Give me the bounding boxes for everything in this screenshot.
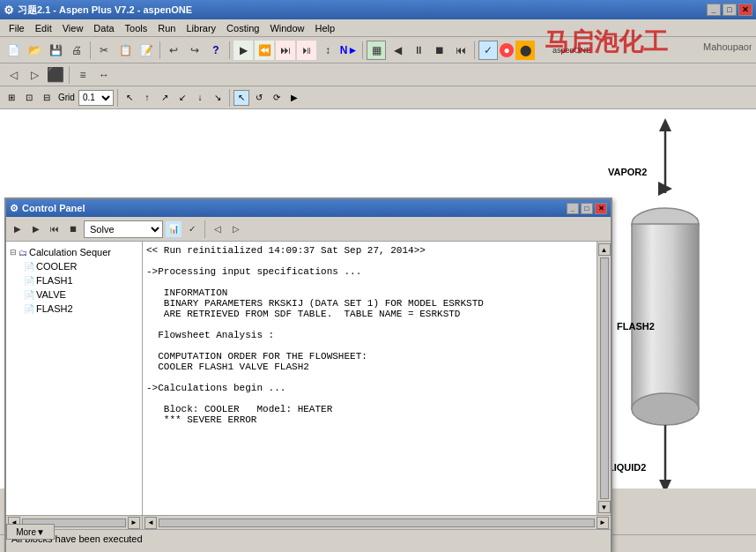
back-btn[interactable]: ◁ [4,65,23,85]
menu-costing[interactable]: Costing [221,21,264,35]
hscroll-right2-btn[interactable]: ► [597,517,609,529]
scroll-down-btn[interactable]: ▼ [598,501,611,513]
tree-root-item[interactable]: ⊟ 🗂 Calculation Sequer [10,245,138,259]
cp-play-btn[interactable]: ▶ [10,221,26,237]
undo-button[interactable]: ↩ [164,41,183,60]
cursor-btn[interactable]: ↖ [233,90,249,106]
cp-statusbar: All blocks have been executed [6,529,611,547]
run-control-btn6[interactable]: N► [339,41,359,60]
extra-btn2[interactable]: ↔ [94,65,114,85]
play-btn2[interactable]: ◀ [388,41,407,60]
cp-close-btn[interactable]: ✕ [595,203,607,214]
scroll-thumb[interactable] [600,257,609,499]
cp-stop-btn[interactable]: ⏹ [65,221,81,237]
sep8 [229,89,230,107]
log-panel[interactable]: << Run reinitialized 14:09:37 Sat Sep 27… [143,242,597,515]
move-ne-btn[interactable]: ↗ [157,90,173,106]
cp-play2-btn[interactable]: ▶ [28,221,44,237]
maximize-button[interactable]: □ [723,4,737,16]
sep2 [159,41,160,59]
cut-button[interactable]: ✂ [94,41,114,60]
menu-edit[interactable]: Edit [30,21,57,35]
cp-title: Control Panel [22,203,85,213]
run-control-btn4[interactable]: ⏯ [297,41,316,60]
print-button[interactable]: 🖨 [67,41,86,60]
copy-button[interactable]: 📋 [115,41,135,60]
play-btn4[interactable]: ⏹ [430,41,449,60]
rotate-btn[interactable]: ↺ [251,90,267,106]
menu-library[interactable]: Library [181,21,221,35]
pointer-btn[interactable]: ⊞ [4,90,19,106]
run-control-btn2[interactable]: ⏪ [255,41,274,60]
main-toolbar: 📄 📂 💾 🖨 ✂ 📋 📝 ↩ ↪ ? ▶ ⏪ ⏭ ⏯ ↕ N► ▦ ◀ ⏸ ⏹… [0,37,756,63]
title-bar: ⚙ 习题2.1 - Aspen Plus V7.2 - aspenONE _ □… [0,0,756,19]
open-button[interactable]: 📂 [25,41,44,60]
tree-item-cooler[interactable]: 📄 COOLER [10,259,138,273]
hscroll-track-right[interactable] [159,518,595,527]
save-button[interactable]: 💾 [46,41,65,60]
select-btn[interactable]: ⊡ [21,90,37,106]
grid-opt-btn[interactable]: ⊟ [39,90,55,106]
run-control-btn3[interactable]: ⏭ [276,41,295,60]
cp-window-controls: _ □ ✕ [567,203,607,214]
cp-verify-btn[interactable]: ✓ [184,221,200,237]
cp-content: ⊟ 🗂 Calculation Sequer 📄 COOLER 📄 FLASH1… [6,242,611,515]
flow-btn1[interactable]: ⟳ [269,90,285,106]
extra-btn1[interactable]: ≡ [73,65,93,85]
move-se-btn[interactable]: ↘ [210,90,226,106]
help-btn[interactable]: ? [206,41,226,60]
cp-solve-select[interactable]: Solve [84,220,163,238]
cp-titlebar: ⚙ Control Panel _ □ ✕ [6,199,611,217]
cp-nav-left-btn[interactable]: ◁ [210,221,226,237]
cp-toolbar: ▶ ▶ ⏮ ⏹ Solve 📊 ✓ ◁ ▷ [6,217,611,242]
cp-nav-right-btn[interactable]: ▷ [228,221,244,237]
more-button[interactable]: More▼ [6,524,55,540]
log-hscroll[interactable]: ◄ ► [143,516,611,529]
check-btn[interactable]: ✓ [478,41,498,60]
second-toolbar: ◁ ▷ ⬛ ≡ ↔ [0,63,756,86]
grid-toolbar: ⊞ ⊡ ⊟ Grid 0.1 0.25 0.5 ↖ ↑ ↗ ↙ ↓ ↘ ↖ ↺ … [0,86,756,109]
play-btn3[interactable]: ⏸ [409,41,428,60]
new-button[interactable]: 📄 [4,41,23,60]
paste-button[interactable]: 📝 [137,41,156,60]
minimize-button[interactable]: _ [707,4,721,16]
scroll-up-btn[interactable]: ▲ [598,243,611,256]
tree-item-valve[interactable]: 📄 VALVE [10,287,138,302]
table-btn[interactable]: ▦ [367,41,386,60]
status-btn[interactable]: ⬤ [515,41,535,60]
cp-minimize-btn[interactable]: _ [567,203,579,214]
menu-window[interactable]: Window [264,21,309,35]
cp-check-btn[interactable]: 📊 [166,221,182,237]
menu-run[interactable]: Run [152,21,181,35]
menu-data[interactable]: Data [88,21,119,35]
cp-rewind-btn[interactable]: ⏮ [47,221,63,237]
move-sw-btn[interactable]: ↙ [174,90,190,106]
model-lib-btn[interactable]: ⬛ [46,65,65,85]
redo-button[interactable]: ↪ [185,41,204,60]
move-nw-btn[interactable]: ↖ [122,90,137,106]
move-n-btn[interactable]: ↑ [139,90,155,106]
forward-btn[interactable]: ▷ [25,65,44,85]
menu-file[interactable]: File [4,21,30,35]
tree-item-flash2[interactable]: 📄 FLASH2 [10,302,138,316]
menu-help[interactable]: Help [310,21,341,35]
close-button[interactable]: ✕ [738,4,752,16]
hscroll-left2-btn[interactable]: ◄ [145,517,157,529]
run-control-btn5[interactable]: ↕ [318,41,337,60]
tree-item-flash1[interactable]: 📄 FLASH1 [10,273,138,287]
move-s-btn[interactable]: ↓ [192,90,208,106]
hscroll-right-btn[interactable]: ► [128,517,140,529]
grid-value-select[interactable]: 0.1 0.25 0.5 [78,90,114,106]
vertical-scrollbar[interactable]: ▲ ▼ [597,242,611,515]
flow-btn2[interactable]: ▶ [286,90,302,106]
tree-panel: ⊟ 🗂 Calculation Sequer 📄 COOLER 📄 FLASH1… [6,242,143,515]
run-control-btn1[interactable]: ▶ [233,41,253,60]
tree-root-label: Calculation Sequer [29,247,111,257]
sep9 [204,220,205,238]
menu-view[interactable]: View [57,21,89,35]
red-stop-btn[interactable]: ● [500,43,514,57]
doc-icon-flash2: 📄 [24,304,34,314]
menu-tools[interactable]: Tools [120,21,153,35]
cp-maximize-btn[interactable]: □ [581,203,593,214]
play-btn5[interactable]: ⏮ [451,41,471,60]
